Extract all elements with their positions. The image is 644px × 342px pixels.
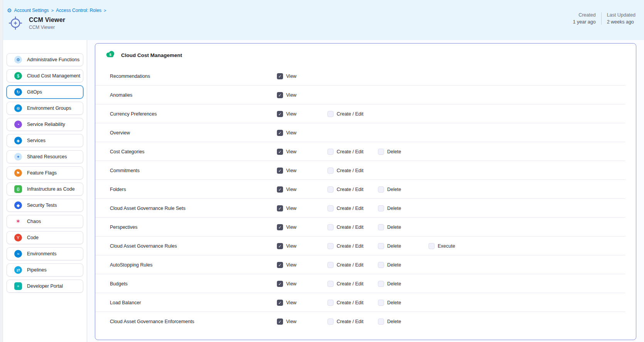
checkbox-cost-categories-delete[interactable]: Delete <box>378 149 428 155</box>
sidebar-item-shared-resources[interactable]: ✦ Shared Resources <box>7 150 83 163</box>
checkbox-budgets-view[interactable]: ✓ View <box>277 281 327 287</box>
checkbox-folders-delete[interactable]: Delete <box>378 186 428 193</box>
checkbox-icon <box>378 149 384 155</box>
checkbox-perspectives-create-edit[interactable]: Create / Edit <box>327 224 378 230</box>
checkbox-icon <box>327 281 334 287</box>
checkbox-cost-categories-view[interactable]: ✓ View <box>277 149 327 155</box>
sidebar-item-security-tests[interactable]: ◆ Security Tests <box>7 199 83 212</box>
sidebar-item-label: Security Tests <box>27 203 57 208</box>
content-area: ⚙ Administrative Functions $ Cloud Cost … <box>3 40 644 342</box>
checkbox-load-balancer-view[interactable]: ✓ View <box>277 300 327 306</box>
checkbox-icon <box>327 319 334 325</box>
checkbox-label: Create / Edit <box>337 319 363 324</box>
breadcrumb-separator: > <box>104 8 106 13</box>
sidebar-item-label: Developer Portal <box>27 283 63 289</box>
checkbox-icon: ✓ <box>277 92 283 98</box>
checkbox-load-balancer-create-edit[interactable]: Create / Edit <box>327 300 378 306</box>
checkbox-cloud-asset-governance-enforcements-create-edit[interactable]: Create / Edit <box>327 319 378 325</box>
sidebar-item-label: Service Reliability <box>27 122 65 127</box>
checkbox-budgets-create-edit[interactable]: Create / Edit <box>327 281 378 287</box>
checkbox-label: Create / Edit <box>337 149 363 154</box>
checkbox-recommendations-view[interactable]: ✓ View <box>277 73 327 79</box>
checkbox-perspectives-view[interactable]: ✓ View <box>277 224 327 230</box>
checkbox-commitments-view[interactable]: ✓ View <box>277 168 327 174</box>
checkbox-cloud-asset-governance-rules-create-edit[interactable]: Create / Edit <box>327 243 378 249</box>
checkbox-currency-preferences-view[interactable]: ✓ View <box>277 111 327 117</box>
checkbox-folders-create-edit[interactable]: Create / Edit <box>327 186 378 193</box>
checkbox-overview-view[interactable]: ✓ View <box>277 130 327 136</box>
permission-row-autostopping-rules: AutoStopping Rules ✓ View Create / Edit … <box>95 255 636 274</box>
sidebar-item-infrastructure-as-code[interactable]: {} Infrastructure as Code <box>7 183 83 196</box>
checkbox-cloud-asset-governance-enforcements-delete[interactable]: Delete <box>378 319 428 325</box>
checkbox-cost-categories-create-edit[interactable]: Create / Edit <box>327 149 378 155</box>
checkbox-icon: ✓ <box>277 224 283 230</box>
checkbox-autostopping-rules-view[interactable]: ✓ View <box>277 262 327 268</box>
main-area: $ Cloud Cost Management Recommendations … <box>87 40 644 342</box>
sidebar-item-services[interactable]: ◈ Services <box>7 134 83 147</box>
checkbox-load-balancer-delete[interactable]: Delete <box>378 300 428 306</box>
checkbox-icon <box>378 186 384 193</box>
checkbox-icon <box>378 243 384 249</box>
sidebar-item-label: Pipelines <box>27 267 47 273</box>
sidebar-item-environment-groups[interactable]: ⊚ Environment Groups <box>7 102 83 115</box>
checkbox-label: Delete <box>387 281 401 287</box>
checkbox-label: View <box>286 130 297 136</box>
checkbox-icon <box>378 319 384 325</box>
checkbox-cloud-asset-governance-rule-sets-delete[interactable]: Delete <box>378 205 428 211</box>
sidebar-item-feature-flags[interactable]: ⚑ Feature Flags <box>7 166 83 179</box>
checkbox-cloud-asset-governance-rule-sets-create-edit[interactable]: Create / Edit <box>327 205 378 211</box>
permission-name: Cloud Asset Governance Enforcements <box>110 319 277 324</box>
sidebar-item-cloud-cost-management[interactable]: $ Cloud Cost Management <box>7 69 83 82</box>
page-subtitle: CCM Viewer <box>29 25 65 30</box>
checkbox-label: View <box>286 74 297 79</box>
sidebar-item-service-reliability[interactable]: ◔ Service Reliability <box>7 118 83 131</box>
breadcrumb-access-control-roles[interactable]: Access Control: Roles <box>56 8 101 13</box>
checkbox-folders-view[interactable]: ✓ View <box>277 186 327 193</box>
checkbox-cloud-asset-governance-enforcements-view[interactable]: ✓ View <box>277 319 327 325</box>
checkbox-icon <box>378 262 384 268</box>
checkbox-icon: ✓ <box>277 130 283 136</box>
created-meta: Created 1 year ago <box>573 12 596 25</box>
gitops-icon: ↻ <box>14 88 22 96</box>
checkbox-budgets-delete[interactable]: Delete <box>378 281 428 287</box>
settings-gear-icon: ⚙ <box>7 8 12 13</box>
checkbox-perspectives-delete[interactable]: Delete <box>378 224 428 230</box>
checkbox-label: Delete <box>387 262 401 268</box>
sidebar-item-environments[interactable]: ≈ Environments <box>7 247 83 260</box>
sidebar-item-pipelines[interactable]: ⇄ Pipelines <box>7 263 83 277</box>
checkbox-icon: ✓ <box>277 300 283 306</box>
sidebar-item-administrative-functions[interactable]: ⚙ Administrative Functions <box>7 53 83 66</box>
permission-name: Commitments <box>110 168 277 173</box>
checkbox-anomalies-view[interactable]: ✓ View <box>277 92 327 98</box>
checkbox-label: Execute <box>438 243 455 249</box>
checkbox-currency-preferences-create-edit[interactable]: Create / Edit <box>327 111 378 117</box>
breadcrumb-account-settings[interactable]: Account Settings <box>14 8 49 13</box>
checkbox-label: View <box>286 111 297 117</box>
sidebar-item-code[interactable]: Y Code <box>7 231 83 244</box>
infrastructure-as-code-icon: {} <box>14 185 22 193</box>
sidebar-item-gitops[interactable]: ↻ GitOps <box>7 86 83 99</box>
checkbox-commitments-create-edit[interactable]: Create / Edit <box>327 168 378 174</box>
permission-row-cloud-asset-governance-enforcements: Cloud Asset Governance Enforcements ✓ Vi… <box>95 312 636 331</box>
checkbox-label: Create / Edit <box>337 111 363 117</box>
checkbox-cloud-asset-governance-rules-view[interactable]: ✓ View <box>277 243 327 249</box>
checkbox-label: View <box>286 281 297 287</box>
section-title: Cloud Cost Management <box>121 52 182 58</box>
checkbox-autostopping-rules-delete[interactable]: Delete <box>378 262 428 268</box>
checkbox-cloud-asset-governance-rules-execute[interactable]: Execute <box>428 243 479 249</box>
checkbox-label: View <box>286 300 297 305</box>
checkbox-cloud-asset-governance-rule-sets-view[interactable]: ✓ View <box>277 205 327 211</box>
checkbox-label: Create / Edit <box>337 243 363 249</box>
environments-icon: ≈ <box>14 250 22 258</box>
checkbox-label: View <box>286 149 297 154</box>
checkbox-icon: ✓ <box>277 168 283 174</box>
checkbox-label: View <box>286 206 297 211</box>
permission-name: Currency Preferences <box>110 111 277 117</box>
permission-name: Cloud Asset Governance Rules <box>110 243 277 249</box>
role-meta: Created 1 year ago Last Updated 2 weeks … <box>573 12 636 25</box>
sidebar-item-chaos[interactable]: ✶ Chaos <box>7 215 83 228</box>
sidebar-item-developer-portal[interactable]: ≡ Developer Portal <box>7 280 83 293</box>
checkbox-cloud-asset-governance-rules-delete[interactable]: Delete <box>378 243 428 249</box>
checkbox-autostopping-rules-create-edit[interactable]: Create / Edit <box>327 262 378 268</box>
service-reliability-icon: ◔ <box>14 121 22 128</box>
